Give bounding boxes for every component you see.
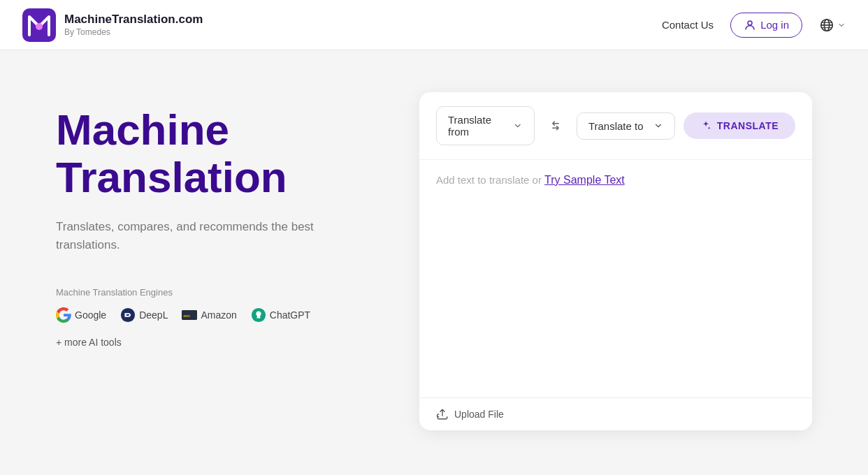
login-label: Log in — [760, 19, 789, 31]
engine-chatgpt: ChatGPT — [251, 307, 310, 323]
sparkles-icon — [700, 120, 711, 131]
logo-icon — [22, 8, 56, 42]
svg-text:aws: aws — [184, 314, 191, 318]
logo-title: MachineTranslation.com — [64, 13, 203, 27]
hero-title: Machine Translation — [56, 106, 377, 201]
translate-to-select[interactable]: Translate to — [577, 112, 675, 140]
engine-amazon: aws Amazon — [182, 307, 236, 323]
sample-text-link[interactable]: Try Sample Text — [544, 174, 625, 186]
svg-point-8 — [121, 308, 135, 322]
chevron-down-from-icon — [513, 121, 523, 131]
upload-file-button[interactable]: Upload File — [436, 408, 504, 421]
header-nav: Contact Us Log in — [662, 13, 846, 38]
translate-to-label: Translate to — [588, 120, 644, 132]
translate-from-label: Translate from — [448, 114, 513, 138]
chevron-down-icon — [837, 21, 846, 29]
amazon-label: Amazon — [201, 309, 236, 321]
body-placeholder-text: Add text to translate or — [436, 174, 542, 186]
chevron-down-to-icon — [653, 121, 663, 131]
translate-from-select[interactable]: Translate from — [436, 106, 535, 145]
engines-label: Machine Translation Engines — [56, 287, 377, 298]
header: MachineTranslation.com By Tomedes Contac… — [0, 0, 868, 50]
logo-area: MachineTranslation.com By Tomedes — [22, 8, 203, 42]
engines-list: Google DeepL aws — [56, 307, 377, 348]
engine-deepl: DeepL — [120, 307, 168, 323]
translation-header: Translate from Translate to — [419, 92, 812, 160]
swap-icon — [549, 119, 563, 133]
svg-point-1 — [36, 23, 43, 30]
google-icon — [56, 307, 71, 323]
main-content: Machine Translation Translates, compares… — [0, 50, 868, 458]
logo-subtitle: By Tomedes — [64, 27, 203, 37]
deepl-icon — [120, 307, 136, 323]
hero-subtitle: Translates, compares, and recommends the… — [56, 218, 377, 254]
swap-languages-button[interactable] — [543, 113, 568, 138]
logo-text-group: MachineTranslation.com By Tomedes — [64, 13, 203, 36]
aws-icon: aws — [182, 307, 197, 323]
upload-label: Upload File — [454, 409, 504, 420]
translation-card: Translate from Translate to — [419, 92, 812, 430]
svg-point-2 — [748, 21, 752, 25]
engine-google: Google — [56, 307, 106, 323]
hero-title-line1: Machine — [56, 105, 229, 154]
translate-btn-label: TRANSLATE — [717, 120, 779, 131]
person-icon — [744, 19, 756, 31]
chatgpt-icon — [251, 307, 266, 323]
more-tools-label: + more AI tools — [56, 337, 122, 348]
contact-link[interactable]: Contact Us — [662, 19, 714, 31]
left-panel: Machine Translation Translates, compares… — [56, 92, 377, 348]
globe-icon — [819, 17, 834, 33]
translation-body[interactable]: Add text to translate or Try Sample Text — [419, 160, 812, 397]
login-button[interactable]: Log in — [730, 13, 802, 38]
translate-button[interactable]: TRANSLATE — [683, 112, 795, 139]
hero-title-line2: Translation — [56, 153, 287, 201]
chatgpt-label: ChatGPT — [270, 309, 310, 321]
google-label: Google — [75, 309, 106, 321]
deepl-label: DeepL — [139, 309, 168, 321]
upload-icon — [436, 408, 449, 421]
language-selector[interactable] — [819, 17, 846, 33]
right-panel: Translate from Translate to — [419, 92, 812, 430]
translation-footer: Upload File — [419, 397, 812, 430]
